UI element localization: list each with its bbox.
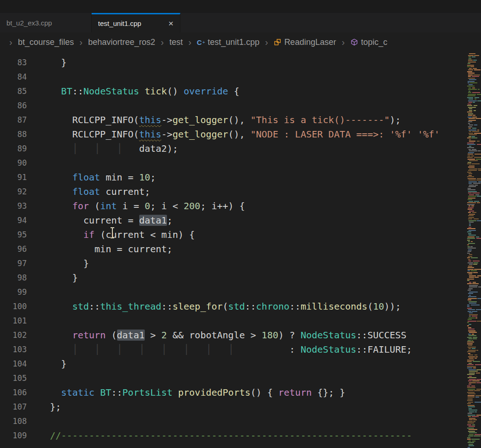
code-line[interactable]: 86 (0, 99, 481, 113)
code-text[interactable]: min = current; (27, 242, 173, 256)
breadcrumb-item-readinglaser[interactable]: ReadingLaser (274, 37, 336, 47)
code-text[interactable]: } (27, 256, 89, 271)
code-line[interactable]: 94 current = data1; (0, 213, 481, 228)
code-text[interactable]: │ │ │ data2); (27, 142, 178, 156)
code-line[interactable]: 102 return (data1 > 2 && robotAngle > 18… (0, 328, 481, 342)
line-number[interactable]: 99 (0, 285, 27, 299)
code-line[interactable]: 85 BT::NodeStatus tick() override { (0, 84, 481, 99)
line-number[interactable]: 93 (0, 199, 27, 213)
code-text[interactable] (27, 156, 50, 170)
code-text[interactable]: } (27, 56, 67, 70)
code-line[interactable]: 107}; (0, 400, 481, 414)
code-line[interactable]: 100 std::this_thread::sleep_for(std::chr… (0, 299, 481, 314)
line-number[interactable]: 100 (0, 299, 27, 314)
code-text[interactable] (27, 371, 50, 386)
breadcrumb-item-test[interactable]: test (169, 37, 183, 47)
minimap-line (467, 361, 481, 362)
code-line[interactable]: 106 static BT::PortsList providedPorts()… (0, 386, 481, 400)
code-line[interactable]: 99 (0, 285, 481, 299)
code-text[interactable]: //--------------------------------------… (27, 429, 412, 443)
line-number[interactable]: 104 (0, 357, 27, 371)
line-number[interactable]: 92 (0, 185, 27, 199)
code-text[interactable]: for (int i = 0; i < 200; i++) { (27, 199, 245, 213)
line-number[interactable]: 86 (0, 99, 27, 113)
minimap-line (467, 220, 481, 221)
code-text[interactable]: RCLCPP_INFO(this->get_logger(), "NODE : … (27, 127, 440, 142)
line-number[interactable]: 108 (0, 414, 27, 429)
code-area[interactable]: 83 }8485 BT::NodeStatus tick() override … (0, 52, 481, 443)
minimap-line (467, 108, 481, 109)
code-text[interactable] (27, 285, 50, 299)
code-text[interactable]: } (27, 357, 67, 371)
breadcrumb-item-test-unit1-cpp[interactable]: C+ test_unit1.cpp (197, 37, 259, 47)
code-line[interactable]: 96 min = current; (0, 242, 481, 256)
code-text[interactable] (27, 314, 50, 328)
line-number[interactable]: 88 (0, 127, 27, 142)
tab-bt_u2_ex3[interactable]: bt_u2_ex3.cpp (0, 13, 92, 32)
line-number[interactable]: 94 (0, 213, 27, 228)
code-line[interactable]: 97 } (0, 256, 481, 271)
code-line[interactable]: 103 │ │ │ │ │ │ │ │ : NodeStatus::FAILUR… (0, 342, 481, 357)
line-number[interactable]: 106 (0, 386, 27, 400)
breadcrumb-item-topic-callback[interactable]: topic_c (350, 37, 387, 47)
code-text[interactable]: }; (27, 400, 61, 414)
code-text[interactable]: float current; (27, 185, 150, 199)
code-line[interactable]: 105 (0, 371, 481, 386)
code-text[interactable]: static BT::PortsList providedPorts() { r… (27, 386, 345, 400)
line-number[interactable]: 96 (0, 242, 27, 256)
code-line[interactable]: 88 RCLCPP_INFO(this->get_logger(), "NODE… (0, 127, 481, 142)
code-text[interactable] (27, 70, 50, 84)
breadcrumb-item-behaviortree-ros2[interactable]: behaviortree_ros2 (88, 37, 155, 47)
code-line[interactable]: 98 } (0, 271, 481, 285)
code-text[interactable]: RCLCPP_INFO(this->get_logger(), "This is… (27, 113, 401, 127)
minimap-line (467, 193, 481, 193)
code-text[interactable]: │ │ │ │ │ │ │ │ : NodeStatus::FAILURE; (27, 342, 412, 357)
line-number[interactable]: 85 (0, 84, 27, 99)
tab-test_unit1[interactable]: test_unit1.cpp × (92, 13, 180, 32)
code-line[interactable]: 95 if (current < min) { (0, 228, 481, 242)
code-line[interactable]: 91 float min = 10; (0, 170, 481, 185)
line-number[interactable]: 107 (0, 400, 27, 414)
close-icon[interactable]: × (168, 19, 173, 28)
code-line[interactable]: 108 (0, 414, 481, 429)
line-number[interactable]: 103 (0, 342, 27, 357)
line-number[interactable]: 91 (0, 170, 27, 185)
code-text[interactable]: current = data1; (27, 213, 173, 228)
line-number[interactable]: 84 (0, 70, 27, 84)
code-line[interactable]: 83 } (0, 56, 481, 70)
code-line[interactable]: 90 (0, 156, 481, 170)
code-line[interactable]: 89 │ │ │ data2); (0, 142, 481, 156)
code-line[interactable]: 104 } (0, 357, 481, 371)
code-text[interactable]: std::this_thread::sleep_for(std::chrono:… (27, 299, 401, 314)
minimap-line (467, 230, 481, 231)
line-number[interactable]: 101 (0, 314, 27, 328)
code-text[interactable]: } (27, 271, 78, 285)
line-number[interactable]: 83 (0, 56, 27, 70)
code-text[interactable]: BT::NodeStatus tick() override { (27, 84, 239, 99)
line-number[interactable]: 90 (0, 156, 27, 170)
code-text[interactable]: if (current < min) { (27, 228, 195, 242)
code-text[interactable] (27, 99, 50, 113)
code-text[interactable] (27, 414, 50, 429)
code-line[interactable]: 92 float current; (0, 185, 481, 199)
code-line[interactable]: 101 (0, 314, 481, 328)
line-number[interactable]: 105 (0, 371, 27, 386)
minimap[interactable] (466, 52, 481, 448)
code-text[interactable]: return (data1 > 2 && robotAngle > 180) ?… (27, 328, 407, 342)
code-line[interactable]: 109//-----------------------------------… (0, 429, 481, 443)
line-number[interactable]: 87 (0, 113, 27, 127)
line-number[interactable]: 95 (0, 228, 27, 242)
code-editor[interactable]: 83 }8485 BT::NodeStatus tick() override … (0, 52, 481, 448)
breadcrumb-item-bt-course-files[interactable]: bt_course_files (18, 37, 74, 47)
line-number[interactable]: 98 (0, 271, 27, 285)
line-number[interactable]: 102 (0, 328, 27, 342)
minimap-line (467, 62, 481, 62)
line-number[interactable]: 109 (0, 429, 27, 443)
code-line[interactable]: 87 RCLCPP_INFO(this->get_logger(), "This… (0, 113, 481, 127)
code-line[interactable]: 93 for (int i = 0; i < 200; i++) { (0, 199, 481, 213)
line-number[interactable]: 89 (0, 142, 27, 156)
minimap-line (467, 112, 481, 112)
code-text[interactable]: float min = 10; (27, 170, 156, 185)
line-number[interactable]: 97 (0, 256, 27, 271)
code-line[interactable]: 84 (0, 70, 481, 84)
